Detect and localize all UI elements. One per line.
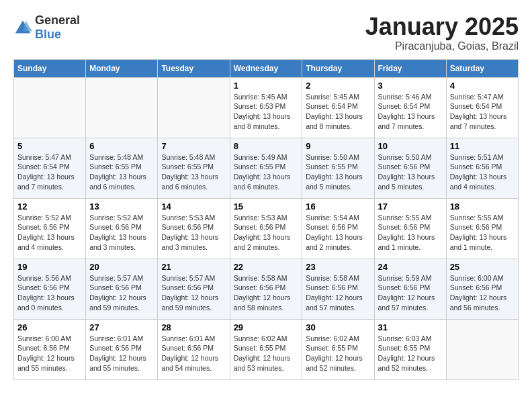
day-detail: Sunrise: 5:47 AM Sunset: 6:54 PM Dayligh… (450, 92, 515, 132)
day-detail: Sunrise: 5:50 AM Sunset: 6:55 PM Dayligh… (306, 152, 370, 192)
day-detail: Sunrise: 5:45 AM Sunset: 6:54 PM Dayligh… (306, 92, 370, 132)
week-row-4: 19Sunrise: 5:56 AM Sunset: 6:56 PM Dayli… (14, 259, 519, 319)
day-number: 16 (306, 201, 370, 212)
day-cell: 19Sunrise: 5:56 AM Sunset: 6:56 PM Dayli… (14, 259, 86, 319)
day-number: 8 (234, 141, 299, 151)
header-cell-saturday: Saturday (446, 59, 518, 77)
day-cell: 28Sunrise: 6:01 AM Sunset: 6:56 PM Dayli… (158, 319, 230, 379)
day-number: 3 (378, 81, 443, 91)
day-number: 1 (234, 81, 299, 91)
day-detail: Sunrise: 6:01 AM Sunset: 6:56 PM Dayligh… (89, 334, 154, 373)
calendar-header: SundayMondayTuesdayWednesdayThursdayFrid… (14, 59, 519, 77)
day-detail: Sunrise: 5:58 AM Sunset: 6:56 PM Dayligh… (306, 273, 370, 313)
day-detail: Sunrise: 5:52 AM Sunset: 6:56 PM Dayligh… (17, 213, 82, 253)
week-row-1: 1Sunrise: 5:45 AM Sunset: 6:53 PM Daylig… (14, 77, 519, 138)
day-detail: Sunrise: 6:03 AM Sunset: 6:55 PM Dayligh… (378, 334, 443, 373)
day-number: 20 (89, 262, 154, 272)
day-cell: 10Sunrise: 5:50 AM Sunset: 6:56 PM Dayli… (374, 138, 446, 198)
day-cell (86, 77, 158, 138)
day-number: 29 (234, 322, 299, 332)
day-number: 27 (89, 322, 154, 332)
day-detail: Sunrise: 5:53 AM Sunset: 6:56 PM Dayligh… (234, 213, 299, 253)
day-cell: 7Sunrise: 5:48 AM Sunset: 6:55 PM Daylig… (158, 138, 230, 198)
header-cell-monday: Monday (86, 59, 158, 77)
day-cell: 21Sunrise: 5:57 AM Sunset: 6:56 PM Dayli… (158, 259, 230, 319)
logo: General Blue (13, 13, 80, 42)
day-cell: 30Sunrise: 6:02 AM Sunset: 6:55 PM Dayli… (302, 319, 374, 379)
title-block: January 2025 Piracanjuba, Goias, Brazil (365, 13, 519, 52)
day-cell: 14Sunrise: 5:53 AM Sunset: 6:56 PM Dayli… (158, 198, 230, 259)
day-detail: Sunrise: 5:52 AM Sunset: 6:56 PM Dayligh… (89, 213, 154, 253)
day-detail: Sunrise: 5:55 AM Sunset: 6:56 PM Dayligh… (450, 213, 515, 253)
day-number: 22 (234, 262, 299, 272)
day-detail: Sunrise: 5:51 AM Sunset: 6:56 PM Dayligh… (450, 152, 515, 192)
day-number: 11 (450, 141, 515, 151)
day-cell: 5Sunrise: 5:47 AM Sunset: 6:54 PM Daylig… (14, 138, 86, 198)
day-number: 24 (378, 262, 443, 272)
day-cell: 29Sunrise: 6:02 AM Sunset: 6:55 PM Dayli… (230, 319, 302, 379)
day-cell: 13Sunrise: 5:52 AM Sunset: 6:56 PM Dayli… (86, 198, 158, 259)
day-cell: 2Sunrise: 5:45 AM Sunset: 6:54 PM Daylig… (302, 77, 374, 138)
page-header: General Blue January 2025 Piracanjuba, G… (13, 13, 519, 52)
logo-text-general: General (35, 13, 80, 27)
day-number: 2 (306, 81, 370, 91)
day-number: 12 (17, 201, 82, 212)
day-cell: 16Sunrise: 5:54 AM Sunset: 6:56 PM Dayli… (302, 198, 374, 259)
day-detail: Sunrise: 5:47 AM Sunset: 6:54 PM Dayligh… (17, 152, 82, 192)
day-cell: 4Sunrise: 5:47 AM Sunset: 6:54 PM Daylig… (446, 77, 518, 138)
day-number: 31 (378, 322, 443, 332)
day-detail: Sunrise: 5:49 AM Sunset: 6:55 PM Dayligh… (234, 152, 299, 192)
logo-icon (13, 18, 32, 37)
day-cell: 18Sunrise: 5:55 AM Sunset: 6:56 PM Dayli… (446, 198, 518, 259)
day-number: 18 (450, 201, 515, 212)
day-detail: Sunrise: 5:48 AM Sunset: 6:55 PM Dayligh… (89, 152, 154, 192)
day-cell: 31Sunrise: 6:03 AM Sunset: 6:55 PM Dayli… (374, 319, 446, 379)
day-number: 13 (89, 201, 154, 212)
day-cell: 6Sunrise: 5:48 AM Sunset: 6:55 PM Daylig… (86, 138, 158, 198)
day-detail: Sunrise: 5:56 AM Sunset: 6:56 PM Dayligh… (17, 273, 82, 313)
calendar-table: SundayMondayTuesdayWednesdayThursdayFrid… (13, 59, 519, 380)
day-number: 23 (306, 262, 370, 272)
day-detail: Sunrise: 5:45 AM Sunset: 6:53 PM Dayligh… (234, 92, 299, 132)
day-cell: 15Sunrise: 5:53 AM Sunset: 6:56 PM Dayli… (230, 198, 302, 259)
day-number: 19 (17, 262, 82, 272)
week-row-5: 26Sunrise: 6:00 AM Sunset: 6:56 PM Dayli… (14, 319, 519, 379)
day-number: 28 (161, 322, 226, 332)
day-number: 15 (234, 201, 299, 212)
day-detail: Sunrise: 5:54 AM Sunset: 6:56 PM Dayligh… (306, 213, 370, 253)
day-cell: 9Sunrise: 5:50 AM Sunset: 6:55 PM Daylig… (302, 138, 374, 198)
day-number: 21 (161, 262, 226, 272)
header-cell-friday: Friday (374, 59, 446, 77)
day-number: 17 (378, 201, 443, 212)
calendar-body: 1Sunrise: 5:45 AM Sunset: 6:53 PM Daylig… (14, 77, 519, 379)
calendar-subtitle: Piracanjuba, Goias, Brazil (365, 40, 519, 52)
day-number: 14 (161, 201, 226, 212)
day-detail: Sunrise: 6:01 AM Sunset: 6:56 PM Dayligh… (161, 334, 226, 373)
day-cell: 3Sunrise: 5:46 AM Sunset: 6:54 PM Daylig… (374, 77, 446, 138)
day-detail: Sunrise: 6:00 AM Sunset: 6:56 PM Dayligh… (450, 273, 515, 313)
header-cell-wednesday: Wednesday (230, 59, 302, 77)
day-cell (446, 319, 518, 379)
day-number: 10 (378, 141, 443, 151)
day-detail: Sunrise: 5:48 AM Sunset: 6:55 PM Dayligh… (161, 152, 226, 192)
week-row-2: 5Sunrise: 5:47 AM Sunset: 6:54 PM Daylig… (14, 138, 519, 198)
day-cell (14, 77, 86, 138)
day-detail: Sunrise: 6:00 AM Sunset: 6:56 PM Dayligh… (17, 334, 82, 373)
day-number: 5 (17, 141, 82, 151)
day-cell: 24Sunrise: 5:59 AM Sunset: 6:56 PM Dayli… (374, 259, 446, 319)
day-number: 9 (306, 141, 370, 151)
day-detail: Sunrise: 5:59 AM Sunset: 6:56 PM Dayligh… (378, 273, 443, 313)
day-detail: Sunrise: 5:50 AM Sunset: 6:56 PM Dayligh… (378, 152, 443, 192)
day-detail: Sunrise: 5:55 AM Sunset: 6:56 PM Dayligh… (378, 213, 443, 253)
header-cell-tuesday: Tuesday (158, 59, 230, 77)
day-cell (158, 77, 230, 138)
day-detail: Sunrise: 5:58 AM Sunset: 6:56 PM Dayligh… (234, 273, 299, 313)
day-detail: Sunrise: 5:46 AM Sunset: 6:54 PM Dayligh… (378, 92, 443, 132)
day-cell: 17Sunrise: 5:55 AM Sunset: 6:56 PM Dayli… (374, 198, 446, 259)
day-cell: 8Sunrise: 5:49 AM Sunset: 6:55 PM Daylig… (230, 138, 302, 198)
day-cell: 26Sunrise: 6:00 AM Sunset: 6:56 PM Dayli… (14, 319, 86, 379)
day-detail: Sunrise: 5:57 AM Sunset: 6:56 PM Dayligh… (161, 273, 226, 313)
day-number: 7 (161, 141, 226, 151)
day-detail: Sunrise: 6:02 AM Sunset: 6:55 PM Dayligh… (234, 334, 299, 373)
day-number: 30 (306, 322, 370, 332)
